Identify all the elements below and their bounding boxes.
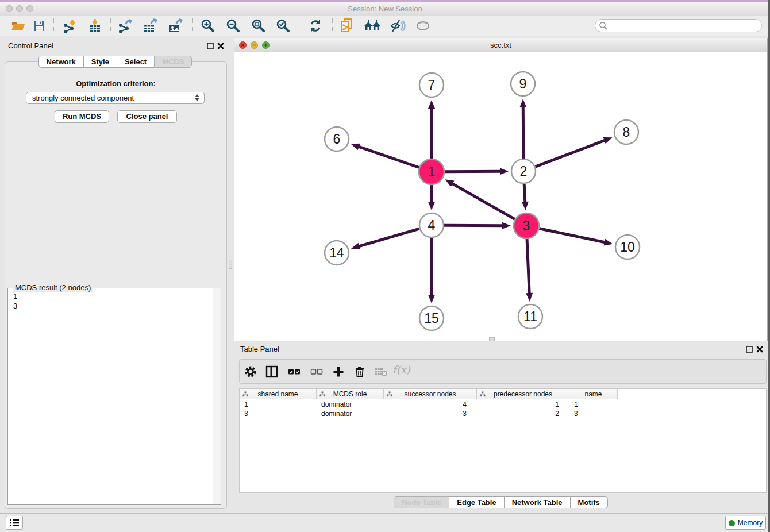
column-header-predecessor-nodes[interactable]: predecessor nodes bbox=[477, 389, 569, 399]
table-cell[interactable]: 1 bbox=[569, 400, 618, 409]
table-cell[interactable]: 3 bbox=[569, 409, 618, 418]
search-field[interactable] bbox=[595, 19, 762, 32]
optimization-criterion-label: Optimization criterion: bbox=[5, 79, 226, 88]
edge-2-9[interactable] bbox=[523, 106, 523, 159]
node-label-10: 10 bbox=[620, 240, 635, 255]
network-window-title: scc.txt bbox=[234, 41, 767, 49]
column-header-label: name bbox=[584, 390, 602, 398]
toolbar-separator bbox=[192, 18, 193, 33]
clone-network-icon[interactable] bbox=[337, 18, 357, 34]
tab-network-table[interactable]: Network Table bbox=[504, 496, 571, 508]
show-details-icon[interactable] bbox=[413, 18, 433, 34]
column-header-name[interactable]: name bbox=[569, 389, 618, 399]
export-table-icon[interactable] bbox=[140, 18, 160, 34]
edge-arrowhead bbox=[428, 295, 435, 303]
select-all-icon[interactable] bbox=[287, 364, 302, 379]
tab-style[interactable]: Style bbox=[83, 56, 117, 68]
save-session-icon[interactable] bbox=[29, 18, 49, 34]
column-header-label: successor nodes bbox=[404, 390, 456, 398]
tab-motifs[interactable]: Motifs bbox=[570, 496, 608, 508]
delete-column-icon[interactable] bbox=[352, 364, 367, 379]
network-window: scc.txt 7968124314101511 bbox=[234, 38, 768, 341]
delete-table-icon[interactable] bbox=[374, 364, 388, 379]
table-cell[interactable]: 4 bbox=[384, 400, 477, 409]
unselect-all-icon[interactable] bbox=[309, 364, 324, 379]
network-graph[interactable]: 7968124314101511 bbox=[234, 52, 767, 341]
export-network-icon[interactable] bbox=[116, 18, 135, 34]
table-row[interactable]: 1dominator411 bbox=[240, 400, 766, 409]
edge-3-1[interactable] bbox=[451, 183, 515, 219]
table-row[interactable]: 3dominator323 bbox=[240, 409, 766, 418]
memory-label: Memory bbox=[738, 519, 763, 527]
zoom-out-icon[interactable] bbox=[224, 18, 243, 34]
table-cell[interactable]: 1 bbox=[477, 400, 569, 409]
zoom-fit-icon[interactable] bbox=[249, 18, 268, 34]
add-column-icon[interactable] bbox=[331, 364, 346, 379]
edge-3-11[interactable] bbox=[527, 239, 529, 295]
table-cell[interactable]: 3 bbox=[384, 409, 477, 418]
apply-layout-icon[interactable] bbox=[306, 18, 325, 34]
edge-4-3[interactable] bbox=[444, 225, 504, 226]
float-table-panel-icon[interactable] bbox=[745, 345, 754, 354]
table-body: 1dominator4113dominator323 bbox=[240, 400, 766, 418]
toolbar-separator bbox=[110, 18, 111, 33]
table-cell[interactable]: dominator bbox=[317, 409, 384, 418]
import-table-icon[interactable] bbox=[85, 18, 105, 34]
settings-gear-icon[interactable] bbox=[243, 364, 258, 379]
mcds-result-box: MCDS result (2 nodes) 13 bbox=[7, 288, 221, 505]
edge-1-6[interactable] bbox=[357, 146, 419, 167]
run-mcds-button[interactable]: Run MCDS bbox=[55, 110, 109, 123]
node-label-3: 3 bbox=[523, 218, 530, 233]
edge-arrowhead bbox=[351, 243, 360, 250]
node-label-11: 11 bbox=[523, 309, 537, 324]
column-header-label: predecessor nodes bbox=[494, 390, 552, 398]
column-header-successor-nodes[interactable]: successor nodes bbox=[384, 389, 477, 399]
close-table-panel-icon[interactable] bbox=[755, 345, 764, 354]
table-cell[interactable]: dominator bbox=[317, 400, 384, 409]
table-cell[interactable]: 2 bbox=[477, 409, 569, 418]
close-panel-button[interactable]: Close panel bbox=[117, 110, 177, 123]
zoom-in-icon[interactable] bbox=[198, 18, 218, 34]
edge-1-2[interactable] bbox=[445, 171, 502, 172]
close-panel-icon[interactable] bbox=[216, 41, 225, 51]
horizontal-splitter-grip[interactable] bbox=[489, 337, 495, 341]
edge-arrowhead bbox=[604, 239, 613, 246]
result-item[interactable]: 1 bbox=[13, 291, 221, 301]
table-cell[interactable]: 1 bbox=[240, 400, 317, 409]
export-image-icon[interactable] bbox=[165, 18, 185, 34]
window-title: Session: New Session bbox=[0, 5, 770, 13]
column-header-MCDS-role[interactable]: MCDS role bbox=[317, 389, 384, 399]
edge-2-3[interactable] bbox=[524, 184, 525, 203]
result-scrollbar[interactable] bbox=[213, 288, 221, 504]
show-column-icon[interactable] bbox=[264, 364, 279, 379]
function-builder-icon[interactable]: f(x) bbox=[392, 364, 410, 376]
ndex-home-icon[interactable] bbox=[363, 18, 382, 34]
edge-4-14[interactable] bbox=[357, 229, 419, 246]
float-panel-icon[interactable] bbox=[206, 41, 215, 51]
edge-2-8[interactable] bbox=[536, 140, 606, 167]
table-cell[interactable]: 3 bbox=[240, 409, 317, 418]
node-table[interactable]: shared nameMCDS rolesuccessor nodesprede… bbox=[239, 388, 767, 493]
optimization-select[interactable]: strongly connected component bbox=[26, 92, 205, 104]
tab-edge-table[interactable]: Edge Table bbox=[449, 496, 504, 508]
import-network-icon[interactable] bbox=[60, 18, 80, 34]
mcds-result-title: MCDS result (2 nodes) bbox=[13, 283, 93, 292]
tab-select[interactable]: Select bbox=[117, 56, 155, 68]
edge-3-10[interactable] bbox=[540, 229, 606, 242]
tab-node-table[interactable]: Node Table bbox=[394, 496, 449, 508]
tab-network[interactable]: Network bbox=[38, 56, 84, 68]
task-history-button[interactable] bbox=[6, 516, 23, 530]
column-header-shared-name[interactable]: shared name bbox=[240, 389, 317, 399]
table-panel-title: Table Panel bbox=[240, 345, 279, 353]
select-stepper-icon bbox=[195, 94, 199, 101]
network-canvas[interactable]: 7968124314101511 bbox=[234, 52, 767, 341]
hide-details-icon[interactable] bbox=[388, 18, 407, 34]
tab-mcds[interactable]: MCDS bbox=[154, 56, 192, 68]
edge-arrowhead bbox=[526, 293, 533, 302]
zoom-selected-icon[interactable] bbox=[274, 18, 293, 34]
open-file-icon[interactable] bbox=[8, 18, 28, 34]
result-item[interactable]: 3 bbox=[13, 301, 221, 311]
memory-button[interactable]: Memory bbox=[725, 516, 766, 530]
vertical-splitter-grip[interactable] bbox=[229, 260, 232, 269]
search-input[interactable] bbox=[609, 21, 758, 32]
